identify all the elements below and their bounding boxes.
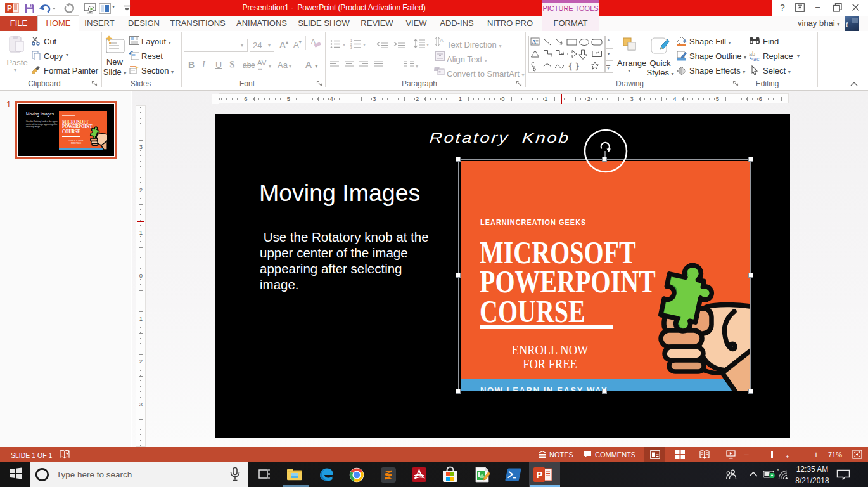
svg-text:P: P [537,469,543,480]
svg-text:*: * [777,469,779,474]
svg-text:A: A [532,39,537,45]
svg-text:A: A [311,38,316,45]
svg-text:A: A [440,37,444,44]
svg-text:{: { [569,61,572,70]
svg-text:ac: ac [753,56,760,62]
svg-text:}: } [576,61,579,70]
svg-text:P: P [7,4,12,13]
svg-text:3: 3 [350,46,352,49]
